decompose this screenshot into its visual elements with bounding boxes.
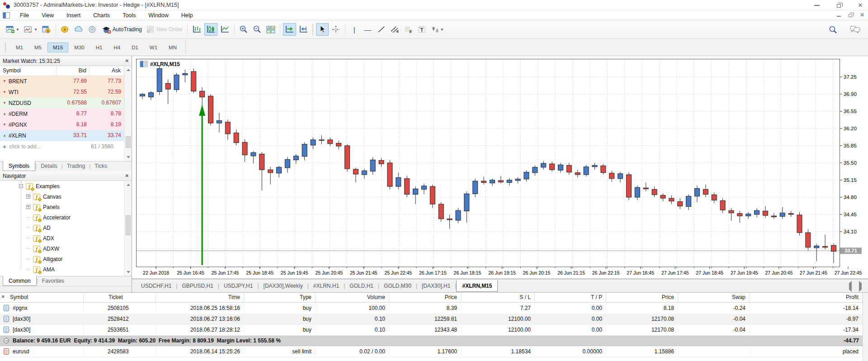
- tabs-scroll-right-icon[interactable]: [859, 283, 862, 290]
- tab-symbols[interactable]: Symbols: [3, 161, 35, 171]
- market-watch-window-button[interactable]: $: [40, 23, 53, 36]
- menu-help[interactable]: Help: [175, 11, 199, 20]
- community-button[interactable]: [86, 23, 99, 36]
- tab-favorites[interactable]: Favorites: [38, 276, 68, 285]
- mw-col-symbol[interactable]: Symbol: [0, 66, 57, 76]
- search-button[interactable]: [826, 23, 839, 36]
- toolbox-col-volume[interactable]: Volume: [316, 293, 389, 302]
- collapse-icon[interactable]: −: [19, 184, 23, 188]
- toolbox-col-swap[interactable]: Swap: [678, 293, 750, 302]
- crosshair-button[interactable]: [330, 23, 342, 36]
- tree-item-accelerator[interactable]: fAccelerator: [0, 212, 132, 223]
- market-watch-row-wti[interactable]: ▼WTI72.5572.59: [0, 87, 132, 98]
- toolbox-col-type[interactable]: Type: [244, 293, 316, 302]
- auto-scroll-button[interactable]: [283, 23, 296, 36]
- mw-col-ask[interactable]: Ask: [90, 66, 124, 76]
- scroll-down-icon[interactable]: [125, 154, 132, 161]
- text-label-button[interactable]: T: [416, 23, 429, 36]
- toolbox-col-tp[interactable]: T / P: [535, 293, 606, 302]
- toolbox-col-price[interactable]: Price: [606, 293, 678, 302]
- menu-file[interactable]: File: [14, 11, 35, 20]
- chart-tab-goldh1[interactable]: GOLD,H1: [345, 280, 378, 291]
- tab-details[interactable]: Details: [37, 162, 61, 171]
- timeframe-m30[interactable]: M30: [69, 43, 90, 52]
- child-restore-button[interactable]: [847, 12, 854, 18]
- timeframe-m1[interactable]: M1: [10, 43, 28, 52]
- price-chart[interactable]: 37.2536.9036.5536.2035.8535.5035.1534.80…: [132, 56, 868, 279]
- tree-item-asi[interactable]: fASI: [0, 275, 132, 276]
- horizontal-line-button[interactable]: —: [362, 23, 374, 36]
- timeframe-w1[interactable]: W1: [144, 43, 163, 52]
- navigator-close-icon[interactable]: ✕: [125, 173, 129, 178]
- tab-ticks[interactable]: Ticks: [90, 162, 111, 171]
- toolbox-col-time[interactable]: Time: [156, 293, 244, 302]
- child-minimize-button[interactable]: [835, 12, 842, 18]
- toolbox-close-icon[interactable]: ✕: [1, 294, 5, 299]
- equidistant-channel-button[interactable]: E: [389, 23, 401, 36]
- minimize-button[interactable]: [814, 2, 820, 9]
- chart-tab-xlrnh1[interactable]: #XLRN,H1: [309, 280, 344, 291]
- tree-item-examples[interactable]: −fExamples: [0, 181, 132, 191]
- expand-icon[interactable]: +: [26, 205, 30, 209]
- tab-common[interactable]: Common: [3, 276, 37, 286]
- deposit-button[interactable]: 5: [59, 23, 71, 36]
- trade-row-dax30[interactable]: [dax30]25336512018.06.27 18:28:12buy0.10…: [0, 324, 863, 335]
- toolbox-col-price[interactable]: Price: [389, 293, 461, 302]
- candlestick-chart-button[interactable]: [204, 23, 217, 36]
- scroll-down-icon[interactable]: [125, 269, 132, 276]
- close-button[interactable]: ✕: [857, 2, 863, 9]
- chart-tab-usdjpyh1[interactable]: USDJPY,H1: [219, 280, 257, 291]
- trendline-button[interactable]: [375, 23, 388, 36]
- trade-row-eurusd[interactable]: eurusd24285832018.06.14 15:25:26sell lim…: [0, 346, 863, 357]
- toolbox-col-sl[interactable]: S / L: [461, 293, 535, 302]
- tree-item-adxw[interactable]: fADXW: [0, 243, 132, 254]
- navigator-scrollbar[interactable]: [124, 181, 132, 276]
- arrows-button[interactable]: ▼: [429, 23, 446, 36]
- menu-tools[interactable]: Tools: [116, 11, 142, 20]
- trade-row-pgnx[interactable]: #pgnx25081052018.06.25 16:58:16buy100.00…: [0, 303, 863, 314]
- zoom-in-button[interactable]: [237, 23, 250, 36]
- chart-tab-goldm30[interactable]: GOLD,M30: [379, 280, 416, 291]
- menu-window[interactable]: Window: [142, 11, 175, 20]
- market-watch-row-nzdusd[interactable]: ▼NZDUSD0.675880.67607: [0, 98, 132, 109]
- vertical-line-button[interactable]: |: [348, 23, 361, 36]
- tree-item-adx[interactable]: fADX: [0, 233, 132, 243]
- new-order-button[interactable]: New Order: [145, 23, 184, 36]
- chart-tab-dax30weekly[interactable]: [DAX30],Weekly: [259, 280, 307, 291]
- tabs-scroll-left-icon[interactable]: [849, 283, 852, 290]
- timeframe-mn[interactable]: MN: [163, 43, 182, 52]
- scroll-up-icon[interactable]: [125, 66, 132, 73]
- tree-item-panels[interactable]: +fPanels: [0, 202, 132, 212]
- market-watch-row-brent[interactable]: ▼BRENT77.6977.73: [0, 76, 132, 87]
- menu-insert[interactable]: Insert: [60, 11, 87, 20]
- tab-trading[interactable]: Trading: [63, 162, 89, 171]
- timeframe-m5[interactable]: M5: [29, 43, 47, 52]
- line-chart-button[interactable]: [218, 23, 231, 36]
- menu-charts[interactable]: Charts: [87, 11, 116, 20]
- scrollbar-thumb[interactable]: [126, 136, 131, 148]
- market-watch-row-derm[interactable]: ▲#DERM8.778.78: [0, 109, 132, 119]
- tile-windows-button[interactable]: [264, 23, 277, 36]
- market-watch-add-row[interactable]: + click to add... 61 / 3560: [0, 141, 132, 152]
- toolbox-col-ticket[interactable]: Ticket: [84, 293, 156, 302]
- chart-tab-usdchfh1[interactable]: USDCHF,H1: [137, 280, 176, 291]
- mw-col-bid[interactable]: Bid: [57, 66, 90, 76]
- collapse-circle-icon[interactable]: [4, 338, 9, 343]
- scrollbar-thumb[interactable]: [126, 215, 131, 235]
- tree-item-canvas[interactable]: +fCanvas: [0, 191, 132, 202]
- chart-tab-gbpusdh1[interactable]: GBPUSD,H1: [177, 280, 217, 291]
- chart-shift-button[interactable]: [297, 23, 310, 36]
- timeframe-h4[interactable]: H4: [108, 43, 126, 52]
- menu-view[interactable]: View: [35, 11, 60, 20]
- toolbox-scrollbar[interactable]: [863, 293, 868, 361]
- chart-tab-dax30h1[interactable]: [DAX30],H1: [417, 280, 455, 291]
- market-watch-scrollbar[interactable]: [124, 66, 132, 161]
- profiles-button[interactable]: ▼: [22, 23, 39, 36]
- expand-icon[interactable]: +: [26, 195, 30, 199]
- scroll-up-icon[interactable]: [125, 181, 132, 188]
- cursor-button[interactable]: [316, 23, 329, 36]
- timeframe-d1[interactable]: D1: [126, 43, 144, 52]
- toolbox-col-symbol[interactable]: Symbol: [0, 293, 84, 302]
- zoom-out-button[interactable]: [251, 23, 264, 36]
- chat-button[interactable]: [848, 23, 862, 36]
